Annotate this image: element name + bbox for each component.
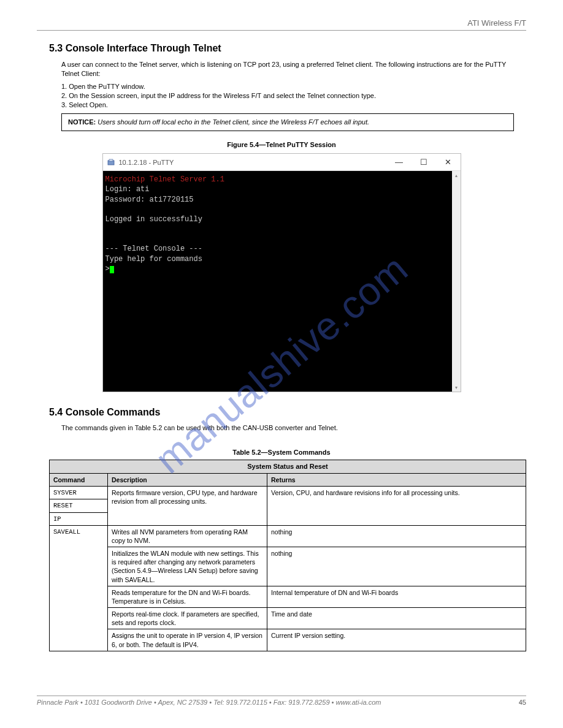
ret-cell: nothing [267, 525, 526, 547]
terminal-cursor [110, 266, 114, 273]
window-controls: — ☐ ✕ [387, 154, 461, 170]
term-line-help: Type help for commands [105, 255, 202, 264]
svg-rect-1 [109, 159, 113, 161]
commands-table: System Status and Reset Command Descript… [49, 460, 526, 651]
ret-cell: Version, CPU, and hardware revisions inf… [267, 487, 526, 526]
term-line-server: Microchip Telnet Server 1.1 [105, 175, 224, 184]
close-button[interactable]: ✕ [436, 154, 461, 170]
putty-title-text: 10.1.2.18 - PuTTY [119, 159, 387, 166]
page-footer: Pinnacle Park • 1031 Goodworth Drive • A… [37, 696, 526, 706]
section-telnet-title: 5.3 Console Interface Through Telnet [49, 43, 526, 54]
scroll-up-icon[interactable]: ▴ [452, 171, 461, 180]
notice-box: NOTICE: Users should turn off local echo… [61, 113, 514, 131]
step-2: 2. On the Session screen, input the IP a… [61, 92, 514, 99]
cmd-cell: SYSVER [50, 487, 108, 499]
header-rule [37, 30, 526, 31]
table-row: Reports real-time clock. If parameters a… [50, 608, 526, 629]
terminal-output[interactable]: Microchip Telnet Server 1.1 Login: ati P… [103, 171, 452, 392]
telnet-p1: A user can connect to the Telnet server,… [61, 60, 514, 79]
header-brand: ATI Wireless F/T [37, 18, 526, 28]
step-1: 1. Open the PuTTY window. [61, 83, 514, 90]
term-line-pass: Password: ati7720115 [105, 195, 194, 204]
cmd-cell: SAVEALL [50, 525, 108, 651]
putty-window: 10.1.2.18 - PuTTY — ☐ ✕ Microchip Telnet… [102, 153, 461, 392]
ret-cell: Current IP version setting. [267, 629, 526, 651]
section-commands-title: 5.4 Console Commands [49, 407, 526, 418]
putty-icon [107, 158, 115, 167]
figure-caption: Figure 5.4—Telnet PuTTY Session [37, 141, 526, 148]
term-line-ok: Logged in successfully [105, 215, 202, 224]
commands-intro: The commands given in Table 5.2 can be u… [61, 424, 514, 431]
table-row: SAVEALL Writes all NVM parameters from o… [50, 525, 526, 547]
notice-text: Users should turn off local echo in the … [96, 118, 369, 126]
col-command: Command [50, 474, 108, 487]
table-row: Assigns the unit to operate in IP versio… [50, 629, 526, 651]
table-row: Reads temperature for the DN and Wi-Fi b… [50, 586, 526, 607]
term-line-login: Login: ati [105, 185, 150, 194]
table-header-main: System Status and Reset [50, 460, 526, 474]
col-description: Description [108, 474, 267, 487]
minimize-button[interactable]: — [387, 154, 412, 170]
desc-cell: Assigns the unit to operate in IP versio… [108, 629, 267, 651]
desc-cell: Initializes the WLAN module with new set… [108, 547, 267, 586]
table-row: Initializes the WLAN module with new set… [50, 547, 526, 586]
desc-cell: Reports firmware version, CPU type, and … [108, 487, 267, 526]
desc-cell: Writes all NVM parameters from operating… [108, 525, 267, 547]
terminal-scrollbar[interactable]: ▴ ▾ [452, 171, 461, 392]
cmd-cell: IP [50, 512, 108, 525]
desc-cell: Reads temperature for the DN and Wi-Fi b… [108, 586, 267, 607]
footer-text: Pinnacle Park • 1031 Goodworth Drive • A… [37, 699, 381, 706]
term-prompt: > [105, 265, 110, 273]
table-row: SYSVER Reports firmware version, CPU typ… [50, 487, 526, 499]
cmd-cell: RESET [50, 499, 108, 512]
commands-intro-wrap: The commands given in Table 5.2 can be u… [61, 424, 514, 431]
telnet-intro: A user can connect to the Telnet server,… [61, 60, 514, 131]
table-caption: Table 5.2—System Commands [37, 449, 526, 456]
notice-label: NOTICE: [68, 118, 96, 126]
col-returns: Returns [267, 474, 526, 487]
step-3: 3. Select Open. [61, 101, 514, 108]
maximize-button[interactable]: ☐ [412, 154, 436, 170]
desc-cell: Reports real-time clock. If parameters a… [108, 608, 267, 629]
scroll-down-icon[interactable]: ▾ [452, 383, 461, 392]
ret-cell: nothing [267, 547, 526, 586]
term-line-div: --- Telnet Console --- [105, 245, 202, 253]
page-number: 45 [519, 699, 526, 706]
putty-titlebar[interactable]: 10.1.2.18 - PuTTY — ☐ ✕ [103, 154, 461, 171]
ret-cell: Time and date [267, 608, 526, 629]
ret-cell: Internal temperature of DN and Wi-Fi boa… [267, 586, 526, 607]
